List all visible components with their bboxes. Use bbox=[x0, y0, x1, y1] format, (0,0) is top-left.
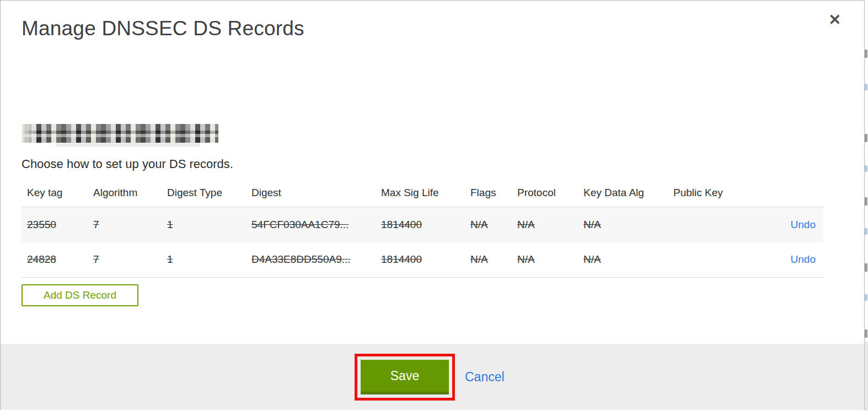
edge-footer-strip bbox=[865, 342, 868, 411]
table-header-row: Key tag Algorithm Digest Type Digest Max… bbox=[22, 182, 823, 207]
cell-digest: D4A33E8DD550A9... bbox=[246, 242, 376, 278]
add-ds-record-button[interactable]: Add DS Record bbox=[22, 284, 138, 306]
header-key-data-alg: Key Data Alg bbox=[578, 182, 668, 207]
edge-glyph-fragment bbox=[865, 197, 867, 206]
cell-public-key bbox=[668, 242, 764, 278]
page: Manage DNSSEC DS Records ✕ Choose how to… bbox=[0, 0, 868, 411]
edge-glyph-fragment bbox=[865, 50, 867, 58]
background-page-edge bbox=[865, 0, 868, 411]
edge-glyph-fragment bbox=[865, 228, 867, 235]
modal-body: Manage DNSSEC DS Records ✕ Choose how to… bbox=[1, 1, 864, 344]
instruction-text: Choose how to set up your DS records. bbox=[22, 157, 864, 171]
cell-key-data-alg: N/A bbox=[578, 207, 668, 242]
save-button[interactable]: Save bbox=[361, 360, 449, 394]
header-actions bbox=[764, 182, 823, 207]
close-icon[interactable]: ✕ bbox=[828, 13, 841, 28]
undo-link[interactable]: Undo bbox=[791, 253, 816, 265]
cell-digest-type: 1 bbox=[162, 242, 246, 278]
table-row: 23550 7 1 54FCF030AA1C79... 1814400 N/A … bbox=[22, 207, 823, 242]
manage-dnssec-modal: Manage DNSSEC DS Records ✕ Choose how to… bbox=[0, 0, 865, 410]
header-digest: Digest bbox=[246, 182, 376, 207]
save-highlight-box: Save bbox=[355, 354, 455, 401]
cell-flags: N/A bbox=[465, 207, 512, 242]
redacted-domain-name bbox=[22, 124, 218, 143]
cell-algorithm: 7 bbox=[88, 242, 162, 278]
table-row: 24828 7 1 D4A33E8DD550A9... 1814400 N/A … bbox=[22, 242, 823, 278]
ds-records-table: Key tag Algorithm Digest Type Digest Max… bbox=[22, 182, 823, 278]
edge-glyph-fragment bbox=[865, 84, 867, 90]
cell-protocol: N/A bbox=[512, 242, 578, 278]
cell-key-tag: 23550 bbox=[22, 207, 88, 242]
cell-digest-type: 1 bbox=[162, 207, 246, 242]
cell-algorithm: 7 bbox=[88, 207, 162, 242]
cell-flags: N/A bbox=[465, 242, 512, 278]
cancel-link[interactable]: Cancel bbox=[465, 370, 505, 385]
cell-max-sig-life: 1814400 bbox=[376, 207, 465, 242]
edge-glyph-fragment bbox=[865, 329, 867, 338]
header-max-sig-life: Max Sig Life bbox=[376, 182, 465, 207]
header-flags: Flags bbox=[465, 182, 512, 207]
edge-glyph-fragment bbox=[865, 294, 867, 301]
edge-glyph-fragment bbox=[865, 165, 867, 172]
header-public-key: Public Key bbox=[668, 182, 764, 207]
cell-key-tag: 24828 bbox=[22, 242, 88, 278]
cell-public-key bbox=[668, 207, 764, 242]
cell-digest: 54FCF030AA1C79... bbox=[246, 207, 376, 242]
cell-key-data-alg: N/A bbox=[578, 242, 668, 278]
header-key-tag: Key tag bbox=[22, 182, 88, 207]
header-algorithm: Algorithm bbox=[88, 182, 162, 207]
header-digest-type: Digest Type bbox=[162, 182, 246, 207]
page-title: Manage DNSSEC DS Records bbox=[22, 17, 864, 40]
edge-glyph-fragment bbox=[865, 263, 867, 272]
cell-max-sig-life: 1814400 bbox=[376, 242, 465, 278]
modal-footer: Save Cancel bbox=[1, 344, 864, 410]
undo-link[interactable]: Undo bbox=[791, 219, 816, 230]
header-protocol: Protocol bbox=[512, 182, 578, 207]
cell-protocol: N/A bbox=[512, 207, 578, 242]
edge-glyph-fragment bbox=[865, 134, 867, 142]
